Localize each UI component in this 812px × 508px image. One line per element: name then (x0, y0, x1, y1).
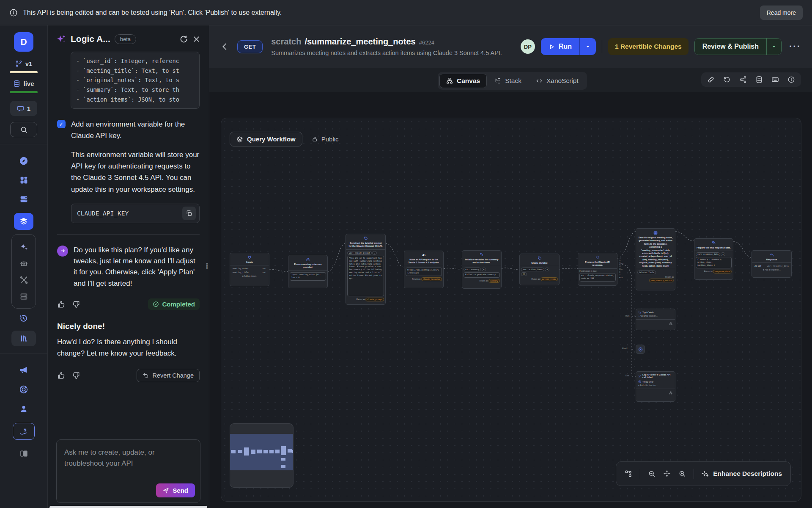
branch-indicator (10, 71, 38, 73)
branch-selector[interactable]: v1 (15, 60, 33, 67)
robot-icon[interactable] (19, 259, 28, 268)
node-create-variable-summary[interactable]: Initialize variables for summary and act… (462, 250, 502, 289)
review-publish-button[interactable]: Review & Publish (694, 38, 782, 55)
fit-view-icon[interactable] (663, 470, 671, 478)
sparkles-icon[interactable] (19, 243, 28, 251)
env-key-value: CLAUDE_API_KEY (77, 210, 182, 217)
info-icon[interactable] (787, 76, 795, 83)
node-log-error[interactable]: Log API error if Claude API call failed.… (636, 371, 675, 402)
schema-code-block[interactable]: - `user_id`: Integer, referenc - `meetin… (71, 52, 200, 109)
history-icon[interactable] (19, 314, 28, 323)
revert-change-button[interactable]: Revert Change (137, 369, 200, 382)
database-icon[interactable] (755, 76, 763, 83)
zoom-in-icon[interactable] (678, 470, 686, 478)
node-create-variable-action-items[interactable]: Create Variable var: action_items = [] R… (519, 254, 560, 285)
workflow-layout-icon[interactable] (625, 470, 632, 478)
thumbs-down-icon[interactable] (72, 300, 80, 309)
info-icon (9, 8, 18, 17)
workspace-logo[interactable]: D (14, 32, 33, 52)
search-icon (20, 126, 28, 134)
megaphone-icon[interactable] (19, 365, 28, 375)
keyboard-icon[interactable] (771, 76, 779, 83)
add-child-function[interactable]: + Add child function... (637, 384, 674, 387)
node-title: Response (753, 258, 790, 261)
divider (0, 144, 48, 144)
paper-plane-icon (163, 487, 169, 494)
history-icon[interactable] (723, 76, 731, 83)
node-create-variable-response-data[interactable]: Prepare the final response data. var: re… (694, 238, 733, 280)
environment-selector[interactable]: live (13, 80, 34, 87)
node-title: Process the Claude API response. (579, 261, 616, 267)
more-menu-button[interactable]: ··· (789, 41, 801, 52)
endpoint-group: scratch (271, 37, 301, 47)
library-item[interactable] (11, 331, 36, 346)
thumbs-up-icon[interactable] (57, 371, 66, 380)
node-api-request[interactable]: A\ Make an API request to the Claude 3 S… (404, 251, 444, 288)
node-response[interactable]: Response As selfvar: response_data ⊕ Add… (752, 250, 792, 278)
chat-input[interactable]: Ask me to create, update, or troubleshoo… (56, 439, 200, 503)
node-db-save[interactable]: Save the original meeting notes, generat… (636, 228, 675, 290)
thumbs-down-icon[interactable] (72, 371, 80, 380)
environment-indicator (10, 91, 38, 93)
search-button[interactable] (10, 122, 37, 137)
back-button[interactable] (220, 42, 230, 51)
grid-icon[interactable] (19, 176, 28, 185)
checkbox-checked[interactable]: ✓ (57, 120, 66, 128)
node-precondition[interactable]: Ensure meeting notes are provided. input… (288, 255, 328, 288)
node-title: Ensure meeting notes are provided. (290, 263, 326, 269)
node-try-catch[interactable]: Try / Catch + Add child function... (636, 309, 675, 330)
avatar[interactable]: DP (521, 39, 535, 54)
link-icon[interactable] (707, 76, 715, 83)
server-icon[interactable] (19, 195, 28, 204)
node-add-else-if[interactable] (636, 345, 645, 354)
add-response-button[interactable]: ⊕ Add a response... (753, 269, 790, 271)
tools-icon[interactable] (19, 276, 28, 284)
view-tabs: Canvas Stack XanoScript (438, 72, 587, 90)
run-button[interactable]: Run (541, 38, 596, 55)
copy-button[interactable] (182, 207, 196, 220)
tab-xanoscript[interactable]: XanoScript (529, 74, 585, 88)
panels-icon[interactable] (19, 449, 28, 458)
lifebuoy-icon[interactable] (19, 385, 28, 394)
tab-stack[interactable]: Stack (488, 74, 528, 88)
sparkles-icon (56, 34, 66, 44)
zoom-out-icon[interactable] (648, 470, 656, 478)
run-dropdown[interactable] (579, 38, 596, 55)
billing-button[interactable] (13, 423, 35, 440)
panel-resize-handle[interactable]: ••• (206, 262, 208, 269)
node-title: Save the original meeting notes, generat… (637, 236, 674, 268)
ai-assistant-panel: Logic A... beta - `user_id`: Integer, re… (48, 25, 209, 508)
thumbs-up-icon[interactable] (57, 300, 66, 309)
close-icon[interactable] (192, 35, 200, 43)
comments-button[interactable]: 1 (10, 101, 37, 116)
review-publish-label: Review & Publish (695, 39, 766, 55)
env-key-field[interactable]: CLAUDE_API_KEY (71, 204, 200, 223)
branch-icon (15, 60, 22, 67)
tab-canvas[interactable]: Canvas (439, 74, 487, 88)
review-publish-dropdown[interactable] (766, 39, 781, 55)
revertible-changes-button[interactable]: 1 Revertible Changes (608, 38, 689, 55)
add-child-function[interactable]: + Add child function... (637, 314, 674, 318)
diamond-icon (579, 255, 616, 260)
node-inputs[interactable]: Inputs meeting_notestext meeting_titlete… (230, 253, 269, 286)
workflow-canvas[interactable]: Query Workflow Public (221, 118, 801, 502)
refresh-icon[interactable] (179, 35, 188, 44)
minimap[interactable] (230, 423, 294, 488)
person-icon[interactable] (19, 404, 28, 414)
workflow-icon (446, 77, 453, 84)
throw-error-icon (638, 380, 641, 383)
node-create-variable-prompt[interactable]: Construct the detailed prompt for the Cl… (346, 234, 386, 305)
done-message: How'd I do? Is there anything I should c… (57, 336, 200, 359)
sparkles-icon (702, 470, 709, 478)
read-more-button[interactable]: Read more (760, 6, 803, 20)
api-section-button[interactable] (14, 213, 33, 230)
send-button[interactable]: Send (156, 483, 195, 497)
add-input-button[interactable]: ⊕ Add an input... (231, 275, 268, 277)
share-icon[interactable] (739, 76, 747, 83)
plug-icon (231, 255, 268, 260)
drawer-icon[interactable] (19, 292, 28, 301)
enhance-descriptions-button[interactable]: Enhance Descriptions (702, 470, 782, 478)
node-conditional[interactable]: Process the Claude API response. If expr… (578, 253, 617, 286)
tag-icon (347, 236, 384, 240)
compass-icon[interactable] (19, 156, 28, 166)
